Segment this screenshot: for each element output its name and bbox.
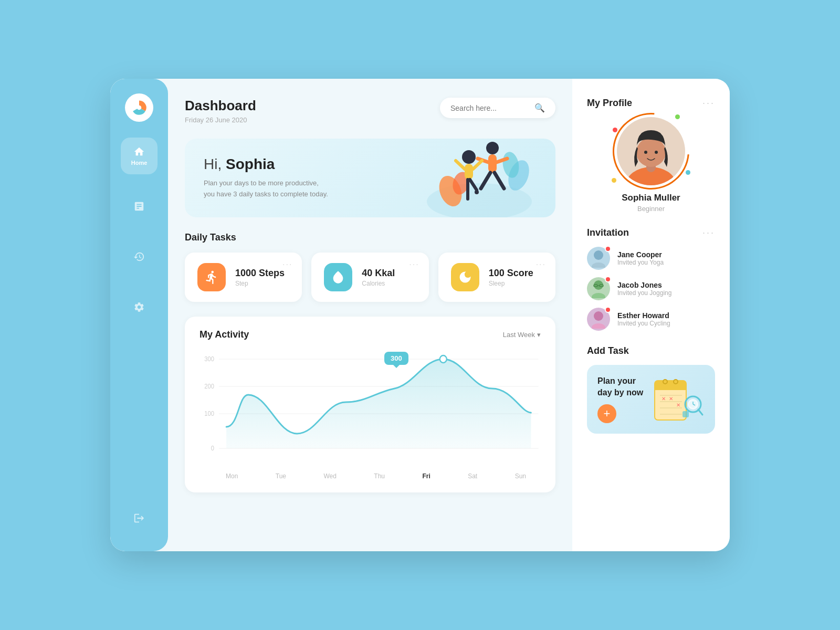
profile-header: My Profile ··· bbox=[587, 98, 715, 109]
daily-tasks-title: Daily Tasks bbox=[185, 232, 555, 243]
chart-day-tue: Tue bbox=[276, 472, 286, 480]
invitation-section: Invitation ··· Jane bbox=[587, 227, 715, 331]
activity-chart: 300 200 100 0 bbox=[200, 351, 541, 466]
invite-info-jane: Jane Cooper Invited you Yoga bbox=[617, 250, 664, 266]
sidebar-item-home[interactable]: Home bbox=[121, 138, 158, 174]
task-info-steps: 1000 Steps Step bbox=[235, 268, 285, 287]
task-value-steps: 1000 Steps bbox=[235, 268, 285, 279]
activity-section: My Activity Last Week ▾ 300 300 200 100 … bbox=[185, 317, 555, 492]
invite-avatar-wrap-jane bbox=[587, 247, 610, 270]
sidebar-item-settings[interactable] bbox=[121, 289, 158, 326]
svg-line-15 bbox=[456, 161, 465, 169]
invite-item-jane[interactable]: Jane Cooper Invited you Yoga bbox=[587, 247, 715, 270]
steps-icon bbox=[197, 263, 226, 291]
chart-day-sat: Sat bbox=[468, 472, 477, 480]
search-icon: 🔍 bbox=[534, 103, 545, 113]
svg-point-28 bbox=[440, 355, 447, 363]
sidebar-item-history[interactable] bbox=[121, 238, 158, 275]
svg-text:✕: ✕ bbox=[676, 402, 680, 408]
invite-activity-jane: Invited you Yoga bbox=[617, 259, 664, 266]
chart-day-fri: Fri bbox=[422, 472, 430, 480]
svg-rect-61 bbox=[682, 411, 689, 417]
invite-badge-esther bbox=[605, 307, 611, 313]
svg-text:✕: ✕ bbox=[662, 396, 666, 402]
invitation-menu-icon[interactable]: ··· bbox=[702, 227, 715, 238]
svg-line-16 bbox=[473, 161, 482, 169]
invite-avatar-wrap-jacob bbox=[587, 277, 610, 300]
chart-day-wed: Wed bbox=[323, 472, 336, 480]
right-panel: My Profile ··· bbox=[572, 79, 730, 551]
sidebar-item-activity[interactable] bbox=[121, 188, 158, 225]
svg-text:300: 300 bbox=[204, 356, 214, 362]
add-task-section: Add Task Plan your day by now + bbox=[587, 345, 715, 434]
invite-item-jacob[interactable]: Jacob Jones Invited you Jogging bbox=[587, 277, 715, 300]
daily-tasks-list: ··· 1000 Steps Step ··· bbox=[185, 253, 555, 302]
svg-text:100: 100 bbox=[204, 411, 214, 417]
add-task-text: Plan your day by now + bbox=[597, 375, 644, 423]
task-dots-calories[interactable]: ··· bbox=[409, 260, 419, 269]
add-task-card: Plan your day by now + bbox=[587, 365, 715, 434]
app-container: Home bbox=[110, 79, 730, 551]
task-label-sleep: Sleep bbox=[489, 280, 533, 287]
task-card-sleep: ··· 100 Score Sleep bbox=[438, 253, 555, 302]
main-content: Dashboard Friday 26 June 2020 🔍 Hi, Soph… bbox=[168, 79, 572, 551]
period-selector[interactable]: Last Week ▾ bbox=[503, 331, 541, 339]
chart-days: Mon Tue Wed Thu Fri Sat Sun bbox=[200, 468, 541, 480]
svg-text:✕: ✕ bbox=[669, 396, 673, 402]
activity-header: My Activity Last Week ▾ bbox=[200, 329, 541, 340]
add-task-title: Add Task bbox=[587, 345, 629, 356]
svg-point-1 bbox=[137, 106, 142, 110]
hero-name: Sophia bbox=[226, 156, 275, 172]
svg-point-34 bbox=[594, 250, 603, 260]
task-dots-steps[interactable]: ··· bbox=[282, 260, 292, 269]
add-task-button[interactable]: + bbox=[597, 404, 616, 423]
task-card-calories: ··· 40 Kkal Calories bbox=[311, 253, 428, 302]
svg-rect-45 bbox=[655, 386, 686, 390]
hero-card: Hi, Sophia Plan your days to be more pro… bbox=[185, 139, 555, 217]
svg-point-41 bbox=[594, 311, 603, 321]
page-header: Dashboard Friday 26 June 2020 🔍 bbox=[185, 98, 555, 124]
svg-point-19 bbox=[475, 190, 479, 194]
page-title: Dashboard bbox=[185, 98, 256, 114]
profile-name: Sophia Muller bbox=[622, 193, 680, 203]
search-input[interactable] bbox=[450, 104, 529, 112]
chart-day-sun: Sun bbox=[515, 472, 526, 480]
sidebar-nav: Home bbox=[121, 138, 158, 537]
invite-info-esther: Esther Howard Invited you Cycling bbox=[617, 311, 670, 327]
header-text: Dashboard Friday 26 June 2020 bbox=[185, 98, 256, 124]
activity-title: My Activity bbox=[200, 329, 249, 340]
profile-menu-icon[interactable]: ··· bbox=[702, 98, 715, 109]
sidebar: Home bbox=[110, 79, 168, 551]
profile-title: My Profile bbox=[587, 98, 632, 109]
header-date: Friday 26 June 2020 bbox=[185, 116, 256, 124]
sidebar-home-label: Home bbox=[131, 160, 148, 166]
svg-text:0: 0 bbox=[211, 445, 214, 452]
svg-point-35 bbox=[592, 262, 605, 268]
chart-area: 300 300 200 100 0 bbox=[200, 351, 541, 480]
sidebar-item-logout[interactable] bbox=[121, 500, 158, 537]
svg-point-42 bbox=[592, 323, 605, 329]
svg-point-36 bbox=[594, 280, 603, 290]
task-info-sleep: 100 Score Sleep bbox=[489, 268, 533, 287]
add-task-header: Add Task bbox=[587, 345, 715, 356]
add-task-card-title: Plan your day by now bbox=[597, 375, 644, 399]
add-task-illustration: ✕ ✕ ✕ bbox=[652, 375, 705, 423]
task-info-calories: 40 Kkal Calories bbox=[362, 268, 395, 287]
svg-point-13 bbox=[462, 150, 476, 164]
profile-section: My Profile ··· bbox=[587, 98, 715, 213]
task-dots-sleep[interactable]: ··· bbox=[536, 260, 546, 269]
hero-illustration bbox=[419, 139, 540, 217]
svg-line-57 bbox=[698, 410, 702, 415]
svg-point-37 bbox=[592, 293, 605, 298]
search-bar[interactable]: 🔍 bbox=[440, 98, 555, 118]
invitation-header: Invitation ··· bbox=[587, 227, 715, 238]
invite-avatar-wrap-esther bbox=[587, 308, 610, 331]
app-logo bbox=[125, 93, 153, 122]
invite-name-jane: Jane Cooper bbox=[617, 250, 664, 259]
invite-activity-jacob: Invited you Jogging bbox=[617, 289, 671, 297]
svg-point-7 bbox=[486, 142, 499, 154]
invite-item-esther[interactable]: Esther Howard Invited you Cycling bbox=[587, 308, 715, 331]
profile-level: Beginner bbox=[637, 205, 665, 213]
task-label-calories: Calories bbox=[362, 280, 395, 287]
sleep-icon bbox=[451, 263, 479, 291]
